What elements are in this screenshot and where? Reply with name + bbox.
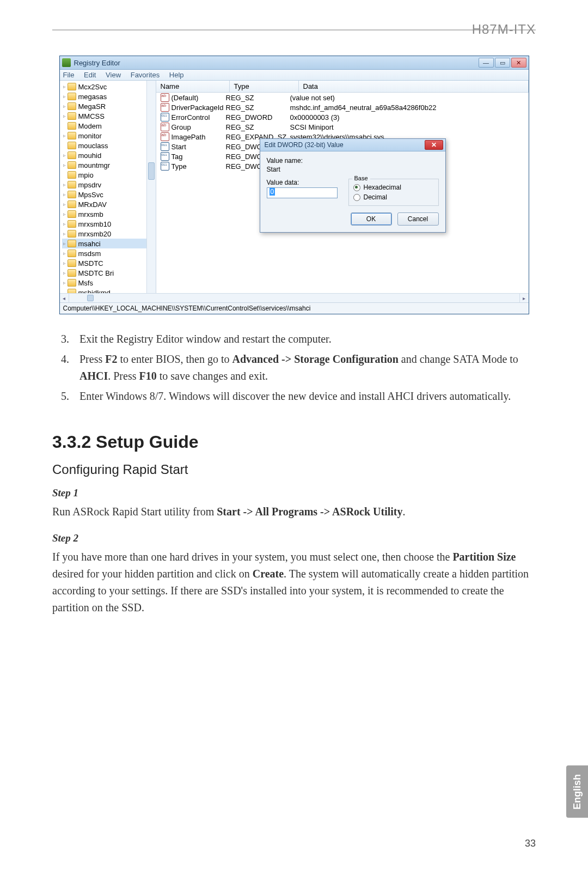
- maximize-button[interactable]: ▭: [495, 58, 510, 68]
- value-type-icon: [161, 152, 169, 161]
- expand-arrow-icon: ▹: [62, 231, 68, 236]
- menu-edit[interactable]: Edit: [84, 71, 96, 79]
- value-name: (Default): [171, 94, 226, 102]
- radio-hexadecimal[interactable]: Hexadecimal: [353, 184, 434, 191]
- value-type-icon: [161, 103, 169, 112]
- base-legend: Base: [352, 175, 370, 181]
- tree-item-mountmgr[interactable]: ▹mountmgr: [62, 160, 155, 170]
- tree-item-monitor[interactable]: ▹monitor: [62, 131, 155, 141]
- expand-arrow-icon: ▹: [62, 280, 68, 285]
- tree-item-mrxdav[interactable]: ▹MRxDAV: [62, 199, 155, 209]
- value-type-icon: [161, 142, 169, 151]
- folder-icon: [68, 171, 76, 179]
- tree-item-label: MRxDAV: [78, 200, 107, 209]
- value-name: Start: [171, 143, 226, 151]
- tree-item-megasas[interactable]: ▹megasas: [62, 92, 155, 101]
- dialog-close-button[interactable]: ✕: [425, 140, 443, 150]
- value-type: REG_DWORD: [226, 113, 290, 121]
- tree-item-mouclass[interactable]: mouclass: [62, 141, 155, 150]
- tree-item-label: MMCSS: [78, 112, 105, 120]
- status-bar: Computer\\HKEY_LOCAL_MACHINE\\SYSTEM\\Cu…: [60, 302, 529, 314]
- page-number: 33: [525, 838, 536, 849]
- step2-label: Step 2: [52, 532, 536, 544]
- cancel-button[interactable]: Cancel: [397, 212, 439, 226]
- expand-arrow-icon: ▹: [62, 104, 68, 109]
- value-data: (value not set): [290, 94, 529, 102]
- tree-item-label: mshidkmd: [78, 289, 111, 294]
- value-name: Type: [171, 162, 226, 171]
- tree-item-mrxsmb10[interactable]: ▹mrxsmb10: [62, 219, 155, 229]
- value-name: Tag: [171, 153, 226, 161]
- value-row[interactable]: (Default)REG_SZ(value not set): [156, 93, 529, 102]
- folder-icon: [68, 200, 76, 208]
- value-data-input[interactable]: 0: [267, 187, 338, 198]
- tree-item-label: mountmgr: [78, 161, 111, 169]
- values-header: Name Type Data: [156, 81, 529, 93]
- tree-item-mshidkmd[interactable]: mshidkmd: [62, 288, 155, 293]
- tree-item-modem[interactable]: Modem: [62, 121, 155, 131]
- folder-icon: [68, 259, 76, 267]
- window-title: Registry Editor: [74, 59, 479, 67]
- value-type-icon: [161, 113, 169, 121]
- tree-item-msdtc[interactable]: ▹MSDTC: [62, 258, 155, 268]
- tree-item-mpsdrv[interactable]: ▹mpsdrv: [62, 180, 155, 190]
- expand-arrow-icon: ▹: [62, 211, 68, 217]
- menu-file[interactable]: File: [63, 71, 75, 79]
- menu-view[interactable]: View: [106, 71, 121, 79]
- instruction-list: Exit the Registry Editor window and rest…: [52, 331, 536, 405]
- value-row[interactable]: DriverPackageIdREG_SZmshdc.inf_amd64_neu…: [156, 102, 529, 112]
- tree-item-label: mrxsmb10: [78, 220, 112, 228]
- value-data: 0x00000003 (3): [290, 113, 529, 121]
- column-name[interactable]: Name: [156, 81, 230, 92]
- tree-horizontal-scrollbar[interactable]: ◂ ▸: [60, 293, 529, 302]
- folder-icon: [68, 269, 76, 277]
- tree-item-mrxsmb20[interactable]: ▹mrxsmb20: [62, 229, 155, 239]
- tree-item-msfs[interactable]: ▹Msfs: [62, 278, 155, 288]
- value-row[interactable]: ErrorControlREG_DWORD0x00000003 (3): [156, 112, 529, 122]
- tree-item-label: MSDTC: [78, 259, 103, 267]
- folder-icon: [68, 191, 76, 198]
- folder-icon: [68, 102, 76, 110]
- edit-dword-dialog: Edit DWORD (32-bit) Value ✕ Value name: …: [260, 138, 446, 233]
- tree-item-msdtc bri[interactable]: ▹MSDTC Bri: [62, 268, 155, 278]
- section-heading: 3.3.2 Setup Guide: [52, 432, 536, 452]
- tree-item-label: msahci: [78, 240, 101, 248]
- radio-dot-hex-icon: [353, 184, 360, 191]
- expand-arrow-icon: ▹: [62, 162, 68, 168]
- tree-item-msahci[interactable]: ▹msahci: [62, 239, 155, 248]
- value-type-icon: [161, 132, 169, 141]
- tree-item-mpio[interactable]: mpio: [62, 170, 155, 180]
- tree-item-mcx2svc[interactable]: ▹Mcx2Svc: [62, 82, 155, 92]
- folder-icon: [68, 112, 76, 120]
- tree-item-mouhid[interactable]: ▹mouhid: [62, 150, 155, 160]
- tree-item-mmcss[interactable]: ▹MMCSS: [62, 111, 155, 121]
- list-item: Exit the Registry Editor window and rest…: [72, 331, 536, 348]
- value-row[interactable]: GroupREG_SZSCSI Miniport: [156, 122, 529, 132]
- expand-arrow-icon: ▹: [62, 113, 68, 119]
- tree-item-msdsm[interactable]: ▹msdsm: [62, 248, 155, 258]
- column-data[interactable]: Data: [299, 81, 529, 92]
- folder-icon: [68, 181, 76, 188]
- tree-item-mrxsmb[interactable]: ▹mrxsmb: [62, 209, 155, 219]
- tree-item-mpssvc[interactable]: ▹MpsSvc: [62, 190, 155, 199]
- expand-arrow-icon: ▹: [62, 270, 68, 276]
- tree-item-megasr[interactable]: ▹MegaSR: [62, 101, 155, 111]
- value-data: SCSI Miniport: [290, 123, 529, 131]
- folder-icon: [68, 210, 76, 218]
- ok-button[interactable]: OK: [351, 212, 392, 226]
- menu-help[interactable]: Help: [169, 71, 184, 79]
- column-type[interactable]: Type: [230, 81, 299, 92]
- close-button[interactable]: ✕: [511, 58, 526, 68]
- menu-favorites[interactable]: Favorites: [131, 71, 160, 79]
- base-groupbox: Base Hexadecimal Decimal: [348, 179, 439, 206]
- step1-label: Step 1: [52, 487, 536, 499]
- regedit-app-icon: [62, 58, 71, 67]
- minimize-button[interactable]: —: [479, 58, 494, 68]
- folder-icon: [68, 93, 76, 100]
- step2-body: If you have more than one hard drives in…: [52, 549, 536, 616]
- tree-item-label: mouhid: [78, 151, 102, 160]
- radio-decimal[interactable]: Decimal: [353, 193, 434, 201]
- expand-arrow-icon: ▹: [62, 153, 68, 158]
- value-name: DriverPackageId: [171, 104, 226, 112]
- tree-vertical-scrollbar[interactable]: [146, 81, 156, 293]
